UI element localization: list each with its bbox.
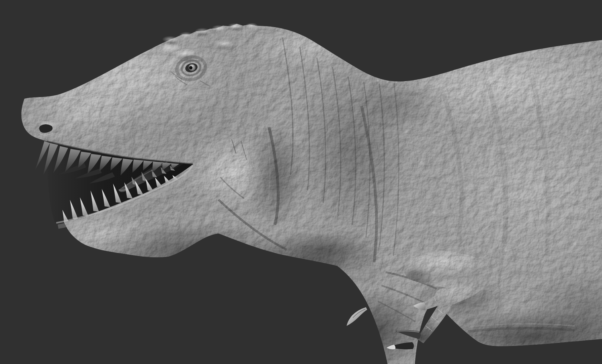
sculpt-viewport[interactable]	[0, 0, 602, 364]
trex-sculpt-canvas[interactable]	[0, 0, 602, 364]
pupil	[189, 66, 193, 70]
eye-specular-dot	[192, 65, 194, 66]
